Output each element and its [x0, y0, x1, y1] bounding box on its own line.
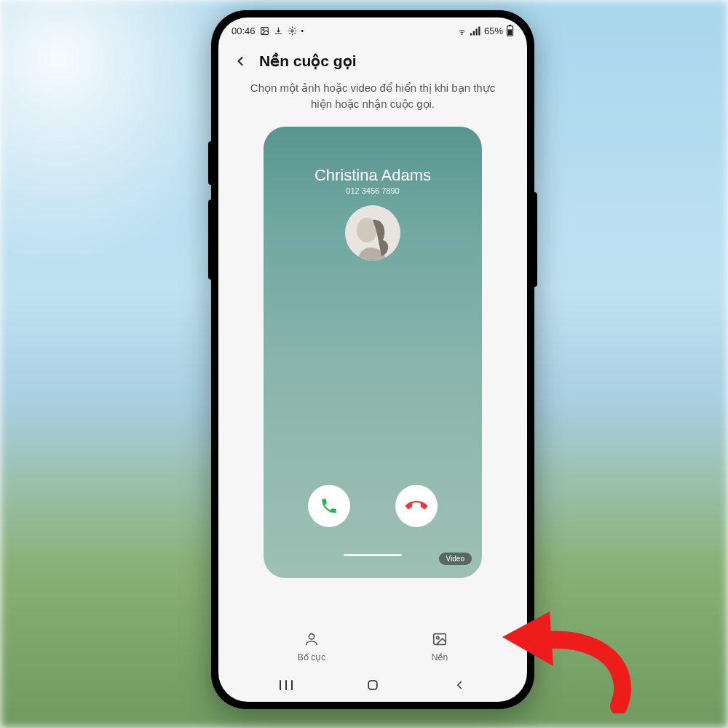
decline-button[interactable]	[395, 485, 438, 527]
nav-recents[interactable]	[278, 677, 294, 693]
image-icon	[260, 26, 269, 36]
svg-point-2	[290, 29, 293, 31]
status-time: 00:46	[232, 25, 256, 36]
answer-button[interactable]	[308, 485, 350, 527]
tab-background[interactable]: Nền	[432, 631, 448, 662]
volume-button-top	[208, 141, 211, 185]
status-bar: 00:46 • 65%	[218, 17, 527, 44]
gesture-bar	[344, 554, 402, 556]
nav-home[interactable]	[365, 677, 381, 693]
svg-point-3	[462, 33, 462, 34]
caller-name: Christina Adams	[264, 166, 482, 185]
svg-point-16	[436, 636, 439, 639]
svg-rect-7	[478, 26, 480, 35]
more-dot: •	[301, 27, 304, 35]
avatar	[345, 205, 400, 261]
svg-rect-4	[470, 33, 472, 35]
svg-rect-10	[508, 29, 513, 35]
tab-layout-label: Bố cục	[298, 652, 325, 662]
power-button	[534, 192, 537, 287]
caller-number: 012 3456 7890	[264, 186, 482, 195]
image-icon	[432, 631, 448, 649]
tab-background-label: Nền	[432, 652, 448, 662]
screen: 00:46 • 65%	[218, 17, 527, 702]
bottom-tabs: Bố cục Nền	[218, 631, 527, 662]
tab-layout[interactable]: Bố cục	[298, 631, 325, 662]
svg-rect-20	[368, 681, 377, 689]
phone-frame: 00:46 • 65%	[211, 10, 534, 709]
svg-rect-5	[473, 31, 475, 35]
signal-icon	[470, 26, 481, 36]
svg-point-1	[262, 28, 264, 30]
android-nav	[218, 668, 527, 702]
call-buttons	[264, 485, 482, 527]
battery-percent: 65%	[484, 25, 503, 36]
page-header: Nền cuộc gọi	[218, 44, 527, 74]
back-button[interactable]	[232, 52, 249, 70]
call-preview: Christina Adams 012 3456 7890	[264, 127, 482, 578]
battery-icon	[506, 25, 514, 36]
svg-point-14	[309, 634, 314, 639]
person-icon	[304, 631, 320, 649]
svg-rect-6	[475, 28, 477, 35]
download-icon	[274, 26, 283, 36]
svg-rect-15	[434, 634, 446, 645]
caller-info: Christina Adams 012 3456 7890	[264, 166, 482, 195]
video-chip: Video	[439, 553, 472, 565]
gear-icon	[288, 26, 297, 36]
volume-button-bottom	[208, 199, 211, 280]
page-title: Nền cuộc gọi	[259, 52, 357, 70]
wifi-icon	[456, 26, 467, 36]
nav-back[interactable]	[451, 677, 467, 693]
page-description: Chọn một ảnh hoặc video để hiển thị khi …	[218, 74, 527, 122]
svg-rect-9	[509, 25, 511, 26]
